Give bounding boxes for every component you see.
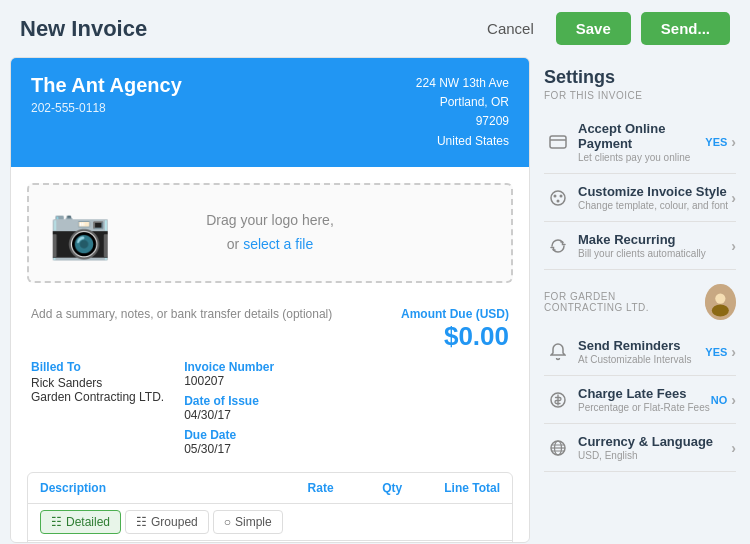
setting-make-recurring[interactable]: Make Recurring Bill your clients automat… bbox=[544, 222, 736, 270]
date-of-issue-block: Date of Issue 04/30/17 bbox=[184, 394, 274, 422]
cancel-button[interactable]: Cancel bbox=[475, 14, 546, 43]
customize-invoice-style-desc: Change template, colour, and font bbox=[578, 200, 731, 211]
invoice-meta: Invoice Number 100207 Date of Issue 04/3… bbox=[184, 360, 274, 462]
tab-detailed[interactable]: ☷ Detailed bbox=[40, 510, 121, 534]
company-header: The Ant Agency 202-555-0118 224 NW 13th … bbox=[11, 58, 529, 167]
bell-icon bbox=[544, 343, 572, 361]
invoice-number-block: Invoice Number 100207 bbox=[184, 360, 274, 388]
credit-card-icon bbox=[544, 135, 572, 149]
svg-point-3 bbox=[554, 194, 557, 197]
billed-name: Rick Sanders bbox=[31, 376, 164, 390]
charge-late-fees-label: Charge Late Fees bbox=[578, 386, 711, 401]
invoice-number: 100207 bbox=[184, 374, 274, 388]
page-title: New Invoice bbox=[20, 16, 475, 42]
svg-point-2 bbox=[551, 191, 565, 205]
svg-point-8 bbox=[712, 305, 729, 317]
tab-grouped[interactable]: ☷ Grouped bbox=[125, 510, 209, 534]
billed-block: Billed To Rick Sanders Garden Contractin… bbox=[31, 360, 164, 462]
currency-language-desc: USD, English bbox=[578, 450, 731, 461]
svg-point-5 bbox=[557, 199, 560, 202]
company-phone: 202-555-0118 bbox=[31, 101, 182, 115]
accept-online-payment-desc: Let clients pay you online bbox=[578, 152, 705, 163]
top-actions: Cancel Save Send... bbox=[475, 12, 730, 45]
date-of-issue-label: Date of Issue bbox=[184, 394, 274, 408]
detailed-icon: ☷ bbox=[51, 515, 62, 529]
currency-language-label: Currency & Language bbox=[578, 434, 731, 449]
chevron-right-icon: › bbox=[731, 238, 736, 254]
col-total-header: Line Total bbox=[402, 481, 500, 495]
select-file-link[interactable]: select a file bbox=[243, 236, 313, 252]
charge-late-fees-badge: NO bbox=[711, 394, 728, 406]
chevron-right-icon: › bbox=[731, 190, 736, 206]
company-name: The Ant Agency bbox=[31, 74, 182, 97]
due-date-label: Due Date bbox=[184, 428, 274, 442]
settings-title: Settings bbox=[544, 67, 736, 88]
setting-customize-invoice-style[interactable]: Customize Invoice Style Change template,… bbox=[544, 174, 736, 222]
dollar-icon bbox=[544, 391, 572, 409]
col-qty-header: Qty bbox=[334, 481, 403, 495]
setting-send-reminders[interactable]: Send Reminders At Customizable Intervals… bbox=[544, 328, 736, 376]
make-recurring-desc: Bill your clients automatically bbox=[578, 248, 731, 259]
setting-currency-language[interactable]: Currency & Language USD, English › bbox=[544, 424, 736, 472]
logo-upload-area[interactable]: 📷 Drag your logo here, or select a file bbox=[27, 183, 513, 283]
palette-icon bbox=[544, 189, 572, 207]
setting-charge-late-fees[interactable]: Charge Late Fees Percentage or Flat-Rate… bbox=[544, 376, 736, 424]
make-recurring-label: Make Recurring bbox=[578, 232, 731, 247]
drag-logo-text: Drag your logo here, bbox=[206, 212, 334, 228]
send-reminders-label: Send Reminders bbox=[578, 338, 705, 353]
col-rate-header: Rate bbox=[236, 481, 334, 495]
filter-row: Includes: All details ▼ Date range: All … bbox=[28, 541, 512, 543]
garden-section: FOR GARDEN CONTRACTING LTD. Send Reminde… bbox=[544, 284, 736, 472]
accept-online-payment-label: Accept Online Payment bbox=[578, 121, 705, 151]
globe-icon bbox=[544, 439, 572, 457]
amount-due-value: $0.00 bbox=[401, 321, 509, 352]
recurring-icon bbox=[544, 237, 572, 255]
summary-note: Add a summary, notes, or bank transfer d… bbox=[31, 307, 332, 321]
tab-simple[interactable]: ○ Simple bbox=[213, 510, 283, 534]
table-header: Description Rate Qty Line Total bbox=[28, 473, 512, 504]
send-reminders-desc: At Customizable Intervals bbox=[578, 354, 705, 365]
accept-online-payment-badge: YES bbox=[705, 136, 727, 148]
invoice-summary-row: Add a summary, notes, or bank transfer d… bbox=[11, 299, 529, 360]
billed-company: Garden Contracting LTD. bbox=[31, 390, 164, 404]
amount-due-label: Amount Due (USD) bbox=[401, 307, 509, 321]
svg-rect-0 bbox=[550, 136, 566, 148]
chevron-right-icon: › bbox=[731, 440, 736, 456]
settings-subtitle: FOR THIS INVOICE bbox=[544, 90, 736, 101]
simple-icon: ○ bbox=[224, 515, 231, 529]
invoice-number-label: Invoice Number bbox=[184, 360, 274, 374]
due-date: 05/30/17 bbox=[184, 442, 274, 456]
invoice-panel: The Ant Agency 202-555-0118 224 NW 13th … bbox=[10, 57, 530, 543]
logo-placeholder-icon: 📷 bbox=[49, 204, 111, 262]
line-items-table: Description Rate Qty Line Total ☷ Detail… bbox=[27, 472, 513, 543]
customize-invoice-style-label: Customize Invoice Style bbox=[578, 184, 731, 199]
chevron-right-icon: › bbox=[731, 392, 736, 408]
date-of-issue: 04/30/17 bbox=[184, 408, 274, 422]
chevron-right-icon: › bbox=[731, 344, 736, 360]
svg-point-4 bbox=[560, 194, 563, 197]
company-address: 224 NW 13th Ave Portland, OR 97209 Unite… bbox=[416, 74, 509, 151]
save-button[interactable]: Save bbox=[556, 12, 631, 45]
send-button[interactable]: Send... bbox=[641, 12, 730, 45]
amount-due-block: Amount Due (USD) $0.00 bbox=[401, 307, 509, 352]
avatar bbox=[705, 284, 736, 320]
settings-panel: Settings FOR THIS INVOICE Accept Online … bbox=[530, 57, 750, 543]
col-desc-header: Description bbox=[40, 481, 236, 495]
view-tab-bar: ☷ Detailed ☷ Grouped ○ Simple bbox=[28, 504, 512, 541]
garden-label: FOR GARDEN CONTRACTING LTD. bbox=[544, 284, 736, 320]
svg-point-7 bbox=[716, 293, 726, 303]
billed-to-label: Billed To bbox=[31, 360, 164, 374]
charge-late-fees-desc: Percentage or Flat-Rate Fees bbox=[578, 402, 711, 413]
due-date-block: Due Date 05/30/17 bbox=[184, 428, 274, 456]
chevron-right-icon: › bbox=[731, 134, 736, 150]
setting-accept-online-payment[interactable]: Accept Online Payment Let clients pay yo… bbox=[544, 111, 736, 174]
grouped-icon: ☷ bbox=[136, 515, 147, 529]
send-reminders-badge: YES bbox=[705, 346, 727, 358]
